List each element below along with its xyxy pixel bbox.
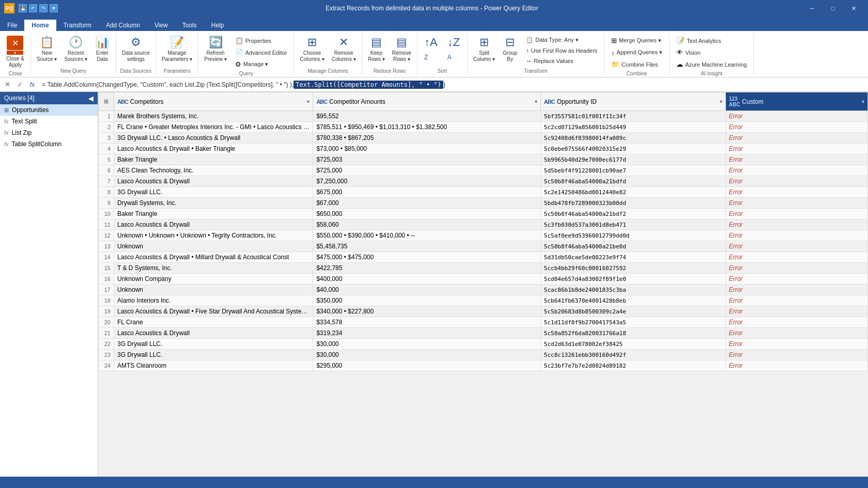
query-item-opportunities[interactable]: ⊞ Opportunities <box>0 104 98 116</box>
competitors-cell: Lasco Acoustics & Drywall • Baker Triang… <box>114 144 313 154</box>
save-btn[interactable]: 💾 <box>19 4 27 12</box>
amounts-cell: $295,000 <box>313 360 540 371</box>
query-item-text-split[interactable]: fx Text Split <box>0 116 98 127</box>
table-row[interactable]: 21Lasco Acoustics & Drywall$319,2345c50a… <box>99 328 868 339</box>
group-by-button[interactable]: ⊟ GroupBy <box>500 34 520 64</box>
amounts-header[interactable]: ABC Competitor Amounts ▾ <box>313 92 540 111</box>
row-number: 19 <box>99 306 114 317</box>
opportunity-id-cell: 5c5b20683d8b8500309c2a4e <box>540 306 725 317</box>
ribbon-group-data-sources-content: ⚙ Data sourcesettings <box>119 34 152 67</box>
table-row[interactable]: 13Unknown$5,458,7355c50b8f46aba54000a21b… <box>99 241 868 252</box>
query-icon-fx-3: fx <box>4 141 9 147</box>
split-column-button[interactable]: ⊞ SplitColumn ▾ <box>471 34 498 64</box>
amounts-col-arrow[interactable]: ▾ <box>535 99 537 104</box>
table-row[interactable]: 223G Drywall LLC.$30,0005cd2d63d1e078002… <box>99 339 868 350</box>
data-type-button[interactable]: 📋 Data Type: Any ▾ <box>522 35 601 45</box>
merge-queries-button[interactable]: ⊞ Merge Queries ▾ <box>608 35 666 46</box>
table-row[interactable]: 5Baker Triangle$725,0035b9965b40d29e7000… <box>99 154 868 165</box>
opp-id-header[interactable]: ABC Opportunity ID ▾ <box>540 92 725 111</box>
tab-help[interactable]: Help <box>204 20 231 31</box>
custom-col-arrow[interactable]: ▾ <box>862 99 864 104</box>
close-btn[interactable]: ✕ <box>843 0 864 17</box>
keep-rows-button[interactable]: ▤ KeepRows ▾ <box>365 34 388 64</box>
data-source-settings-button[interactable]: ⚙ Data sourcesettings <box>119 34 152 64</box>
tab-add-column[interactable]: Add Column <box>99 20 147 31</box>
custom-cell: Error <box>725 317 867 328</box>
table-row[interactable]: 7Lasco Acoustics & Drywall$7,250,0005c50… <box>99 176 868 187</box>
table-row[interactable]: 1Marek Brothers Systems, Inc.$95,5525bf3… <box>99 111 868 122</box>
amounts-cell: $475,000 • $475,000 <box>313 252 540 263</box>
tab-tools[interactable]: Tools <box>175 20 204 31</box>
customize-btn[interactable]: ▼ <box>50 4 58 12</box>
ribbon-group-parameters-label: Parameters <box>164 68 191 74</box>
manage-button[interactable]: ⚙ Manage ▾ <box>231 59 291 70</box>
formula-fx-label: fx <box>27 81 38 88</box>
table-row[interactable]: 233G Drywall LLC.$30,0005cc8c13261ebb300… <box>99 350 868 360</box>
table-row[interactable]: 11Lasco Acoustics & Drywall$58,0605c3fb0… <box>99 219 868 230</box>
table-row[interactable]: 10Baker Triangle$650,0005c50b8f46aba5400… <box>99 209 868 219</box>
azure-ml-button[interactable]: ☁ Azure Machine Learning <box>673 59 750 70</box>
ribbon-group-parameters-content: 📝 ManageParameters ▾ <box>159 34 195 67</box>
queries-collapse-btn[interactable]: ◀ <box>88 95 94 102</box>
tab-home[interactable]: Home <box>24 20 56 31</box>
query-item-table-splitcolumn[interactable]: fx Table SplitColumn <box>0 138 98 150</box>
undo-btn[interactable]: ↶ <box>29 4 37 12</box>
refresh-preview-button[interactable]: 🔄 RefreshPreview ▾ <box>202 34 229 64</box>
table-row[interactable]: 24AMTS Cleanroom$295,0005c23bf7e7b7e2d00… <box>99 360 868 371</box>
table-row[interactable]: 19Lasco Acoustics & Drywall • Five Star … <box>99 306 868 317</box>
table-row[interactable]: 2FL Crane • Greater Metroplex Interiors … <box>99 122 868 133</box>
append-queries-button[interactable]: ↓ Append Queries ▾ <box>608 47 666 58</box>
new-source-button[interactable]: 📋 NewSource ▾ <box>34 34 59 64</box>
table-row[interactable]: 15T & D Systems, Inc.$422,7855ccb4bb29f6… <box>99 263 868 274</box>
tab-transform[interactable]: Transform <box>56 20 99 31</box>
sort-asc-button[interactable]: ↑AZ <box>421 34 441 64</box>
choose-columns-button[interactable]: ⊞ ChooseColumns ▾ <box>297 34 327 64</box>
formula-highlighted-part[interactable]: Text.Split([Competitor Amounts], " • ") <box>293 81 443 89</box>
recent-sources-button[interactable]: 🕐 RecentSources ▾ <box>61 34 89 64</box>
minimize-btn[interactable]: ─ <box>802 0 823 17</box>
custom-cell: Error <box>725 187 867 198</box>
query-item-list-zip[interactable]: fx List Zip <box>0 127 98 138</box>
first-row-headers-button[interactable]: ↑ Use First Row as Headers <box>522 46 601 55</box>
competitors-col-arrow[interactable]: ▾ <box>307 99 309 104</box>
row-number: 4 <box>99 144 114 154</box>
tab-view[interactable]: View <box>147 20 175 31</box>
table-row[interactable]: 18Alamo Interiors Inc.$350,0005cb641fb63… <box>99 295 868 306</box>
table-row[interactable]: 9Drywall Systems, Inc.$67,0005bdb478fb72… <box>99 198 868 209</box>
opp-id-type-icon: ABC <box>544 99 555 105</box>
vision-button[interactable]: 👁 Vision <box>673 47 750 58</box>
opp-id-col-arrow[interactable]: ▾ <box>720 99 722 104</box>
formula-confirm-btn[interactable]: ✓ <box>14 80 25 90</box>
data-grid-container[interactable]: ⊞ ABC Competitors ▾ ABC <box>98 92 868 477</box>
window-controls[interactable]: ─ □ ✕ <box>802 0 864 17</box>
competitors-header[interactable]: ABC Competitors ▾ <box>114 92 313 111</box>
maximize-btn[interactable]: □ <box>823 0 843 17</box>
close-apply-button[interactable]: ✕ ▾ Close &Apply <box>4 34 27 70</box>
table-row[interactable]: 14Lasco Acoustics & Drywall • Millard Dr… <box>99 252 868 263</box>
text-analytics-button[interactable]: 📝 Text Analytics <box>673 35 750 46</box>
combine-files-button[interactable]: 📁 Combine Files <box>608 59 666 70</box>
manage-parameters-button[interactable]: 📝 ManageParameters ▾ <box>159 34 195 64</box>
replace-values-button[interactable]: ↔ Replace Values <box>522 56 601 66</box>
table-row[interactable]: 12Unknown • Unknown • Unknown • Tegrity … <box>99 230 868 241</box>
table-row[interactable]: 20FL Crane$334,5785c1d11df0f9b2700417543… <box>99 317 868 328</box>
advanced-editor-button[interactable]: 📄 Advanced Editor <box>231 47 291 58</box>
table-row[interactable]: 6AES Clean Technology, Inc.$725,0005d5be… <box>99 165 868 176</box>
table-row[interactable]: 17Unknown$40,0005cac86b1b8de24001835c3ba… <box>99 285 868 295</box>
formula-cancel-btn[interactable]: ✕ <box>2 80 12 90</box>
table-row[interactable]: 4Lasco Acoustics & Drywall • Baker Trian… <box>99 144 868 154</box>
enter-data-button[interactable]: 📊 EnterData <box>92 34 113 64</box>
remove-columns-button[interactable]: ✕ RemoveColumns ▾ <box>329 34 359 64</box>
properties-button[interactable]: 📋 Properties <box>231 35 291 46</box>
table-row[interactable]: 83G Drywall LLC.$675,0005c2e14250486bd00… <box>99 187 868 198</box>
remove-rows-button[interactable]: ▤ RemoveRows ▾ <box>390 34 414 64</box>
quick-access-toolbar[interactable]: 💾 ↶ ↷ ▼ <box>19 4 58 12</box>
table-row[interactable]: 16Unknown Company$400,0005cd04e657d4a830… <box>99 274 868 285</box>
custom-header[interactable]: 123ABC Custom ▾ <box>725 92 867 111</box>
formula-display[interactable]: = Table.AddColumn(ChangedType, "Custom",… <box>40 80 866 90</box>
tab-file[interactable]: File <box>0 20 24 31</box>
table-row[interactable]: 33G Drywall LLC. • Lasco Acoustics & Dry… <box>99 133 868 144</box>
opportunity-id-cell: 5c50a852f6da820031766a18 <box>540 328 725 339</box>
sort-desc-button[interactable]: ↓ZA <box>443 34 464 64</box>
redo-btn[interactable]: ↷ <box>39 4 48 12</box>
